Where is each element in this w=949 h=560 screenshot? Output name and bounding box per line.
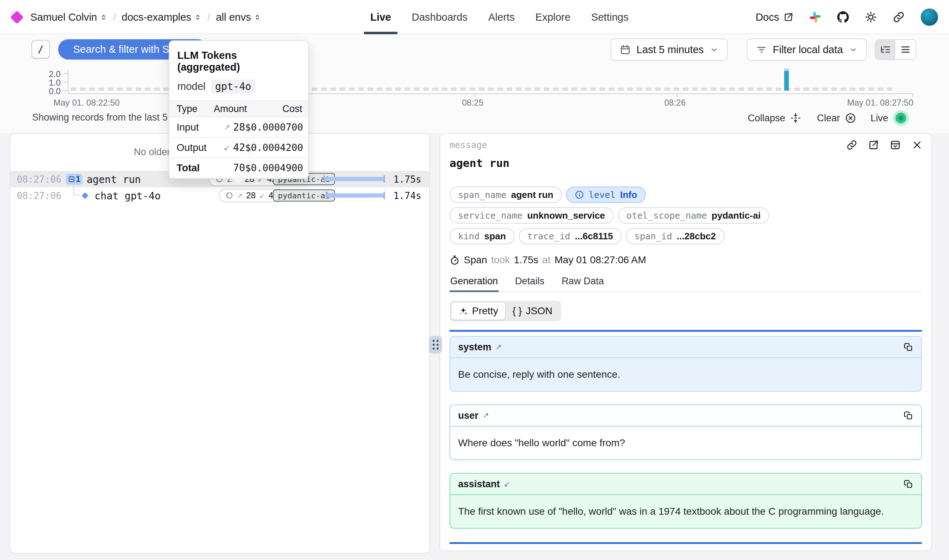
tab-details[interactable]: Details [514, 276, 546, 291]
time-range-select[interactable]: Last 5 minutes [611, 38, 728, 61]
scroll-top-indicator [449, 330, 922, 332]
org-selector[interactable]: Samuel Colvin [30, 11, 108, 23]
pretty-label: Pretty [472, 305, 498, 317]
timing-span-word: Span [464, 254, 487, 266]
list-view-button[interactable] [895, 40, 915, 59]
message-card-assistant: assistant ↙ The first known use of "hell… [449, 473, 922, 529]
theme-sun-icon[interactable] [865, 11, 877, 23]
x-tick-label: 08:25 [462, 98, 483, 108]
share-link-icon[interactable] [893, 11, 905, 23]
input-arrow-icon: ↗ [495, 342, 501, 352]
tab-explore[interactable]: Explore [535, 0, 571, 34]
info-icon [575, 190, 584, 199]
chevron-down-icon [710, 45, 718, 54]
env-selector[interactable]: all envs [216, 11, 261, 23]
filter-local-data-select[interactable]: Filter local data [747, 38, 867, 61]
slash-shortcut-key[interactable]: / [31, 40, 50, 58]
collapse-children-badge[interactable]: 1 [66, 174, 82, 185]
trace-row-chat-gpt-4o[interactable]: 08:27:06 ◆ chat gpt-4o ↗ 28 ↙ 42 pydanti… [10, 187, 429, 204]
row-timestamp: 08:27:06 [17, 174, 62, 185]
collapse-label: Collapse [748, 113, 785, 124]
pill-span-id[interactable]: span_id ...28cbc2 [626, 228, 724, 244]
message-text: Where does "hello world" come from? [450, 426, 921, 459]
filter-icon [756, 44, 767, 55]
pretty-view-button[interactable]: Pretty [451, 303, 505, 320]
histogram-bar-08-27-06[interactable] [784, 68, 789, 91]
output-arrow-icon: ↙ [504, 479, 510, 489]
model-value: gpt-4o [211, 80, 255, 94]
x-tick [677, 94, 677, 97]
live-status-dot [893, 110, 909, 126]
row-timestamp: 08:27:06 [17, 191, 62, 201]
tree-connector [74, 185, 74, 195]
dock-panel-icon[interactable] [890, 140, 901, 151]
tab-raw-data[interactable]: Raw Data [561, 276, 605, 291]
tab-alerts[interactable]: Alerts [488, 0, 514, 34]
message-header[interactable]: assistant ↙ [450, 474, 921, 495]
main-nav-tabs: Live Dashboards Alerts Explore Settings [370, 0, 629, 34]
copy-icon[interactable] [903, 479, 913, 489]
tab-live[interactable]: Live [370, 0, 391, 34]
span-timing-line: Span took 1.75s at May 01 08:27:06 AM [449, 254, 646, 266]
calendar-icon [620, 44, 631, 55]
pill-kind[interactable]: kind span [449, 228, 514, 244]
total-cost: $0.0004900 [245, 162, 303, 173]
open-external-icon[interactable] [868, 140, 879, 151]
attribute-pills: span_name agent run level Info service_n… [449, 186, 924, 249]
input-arrow-icon: ↗ [482, 411, 489, 420]
tooltip-title: LLM Tokens (aggregated) [177, 49, 300, 73]
tree-view-button[interactable] [875, 40, 895, 59]
input-cost: $0.0000700 [245, 122, 303, 133]
message-text: Be concise, reply with one sentence. [450, 358, 921, 391]
docs-link[interactable]: Docs [756, 11, 794, 23]
col-type: Type [177, 103, 214, 114]
scroll-bottom-indicator [449, 542, 922, 544]
input-arrow-icon: ↗ [237, 192, 243, 200]
y-tick-label: 0.0 [45, 86, 61, 96]
square-minus-icon [68, 176, 75, 183]
col-amount: Amount [214, 103, 245, 114]
message-header[interactable]: system ↗ [450, 337, 921, 358]
pill-otel-scope-name[interactable]: otel_scope_name pydantic-ai [618, 207, 769, 224]
x-tick-label: 08:26 [664, 98, 686, 108]
tree-view-icon [880, 44, 891, 55]
timing-timestamp: May 01 08:27:06 AM [554, 254, 646, 266]
pill-level[interactable]: level Info [566, 186, 646, 203]
close-icon[interactable] [912, 140, 923, 151]
tab-dashboards[interactable]: Dashboards [412, 0, 468, 34]
tooltip-row-output: Output ↙42 $0.0004200 [169, 138, 308, 158]
top-nav: Samuel Colvin / docs-examples / all envs… [0, 0, 949, 34]
duration-bar [326, 193, 385, 198]
token-coin-icon [225, 192, 233, 200]
panel-resize-handle[interactable] [429, 336, 442, 354]
project-selector[interactable]: docs-examples [122, 11, 201, 23]
slack-icon[interactable] [809, 11, 821, 23]
output-cost: $0.0004200 [245, 142, 303, 153]
role-label: assistant [458, 478, 500, 490]
x-start-label: May 01. 08:22:50 [54, 98, 120, 108]
copy-icon[interactable] [903, 411, 913, 420]
nav-actions: Docs [756, 0, 938, 34]
external-link-icon [783, 12, 794, 22]
x-end-label: May 01. 08:27:50 [833, 98, 913, 108]
duration-text: 1.75s [394, 174, 421, 185]
pill-trace-id[interactable]: trace_id ...6c8115 [519, 228, 621, 244]
user-avatar[interactable] [920, 8, 938, 26]
tab-generation[interactable]: Generation [449, 276, 499, 291]
live-toggle-button[interactable]: Live [871, 110, 909, 126]
clear-button[interactable]: Clear [817, 110, 856, 126]
pill-service-name[interactable]: service_name unknown_service [449, 207, 614, 224]
copy-link-icon[interactable] [846, 140, 857, 151]
pill-span-name[interactable]: span_name agent run [449, 186, 562, 203]
col-cost: Cost [245, 103, 302, 114]
project-name: docs-examples [122, 11, 191, 23]
json-view-button[interactable]: { } JSON [505, 303, 560, 320]
message-header[interactable]: user ↗ [450, 405, 921, 426]
github-icon[interactable] [837, 11, 849, 23]
tab-settings[interactable]: Settings [591, 0, 629, 34]
chevrons-up-down-icon [254, 14, 261, 21]
collapse-button[interactable]: Collapse [748, 110, 801, 126]
copy-icon[interactable] [903, 342, 913, 352]
duration-bar [324, 177, 385, 181]
row-label: Total [177, 162, 214, 174]
